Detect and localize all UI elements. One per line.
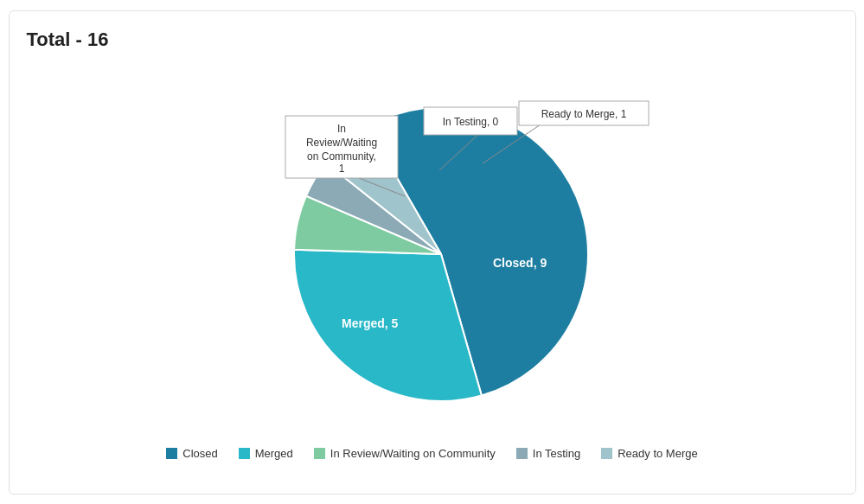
- pie-chart-svg: Closed, 9 Merged, 5 In Review/Waiting on…: [173, 68, 692, 431]
- legend-color-swatch: [516, 448, 528, 459]
- pie-area: Closed, 9 Merged, 5 In Review/Waiting on…: [27, 60, 838, 440]
- legend-color-swatch: [166, 448, 177, 459]
- inreview-callout-line3: on Community,: [307, 150, 376, 163]
- chart-legend: ClosedMergedIn Review/Waiting on Communi…: [27, 447, 838, 460]
- readytomerge-callout: Ready to Merge, 1: [541, 108, 626, 120]
- legend-label: In Testing: [533, 447, 580, 460]
- legend-label: Merged: [255, 447, 293, 460]
- inreview-callout-line4: 1: [338, 163, 344, 175]
- legend-item: Merged: [239, 447, 293, 460]
- legend-item: Closed: [166, 447, 217, 460]
- inreview-callout-line1: In: [336, 123, 345, 135]
- chart-title: Total - 16: [27, 29, 838, 51]
- legend-item: In Review/Waiting on Community: [314, 447, 496, 460]
- legend-color-swatch: [601, 448, 612, 459]
- inreview-callout-line2: Review/Waiting: [305, 137, 376, 149]
- legend-item: Ready to Merge: [601, 447, 698, 460]
- legend-color-swatch: [239, 448, 250, 459]
- intesting-callout: In Testing, 0: [442, 116, 498, 128]
- closed-label: Closed, 9: [493, 256, 547, 270]
- legend-item: In Testing: [516, 447, 580, 460]
- legend-label: Closed: [182, 447, 217, 460]
- merged-label: Merged, 5: [342, 316, 399, 330]
- legend-label: Ready to Merge: [618, 447, 698, 460]
- chart-container: Total - 16 Closed, 9 Merged, 5: [9, 10, 856, 494]
- legend-color-swatch: [314, 448, 325, 459]
- legend-label: In Review/Waiting on Community: [330, 447, 496, 460]
